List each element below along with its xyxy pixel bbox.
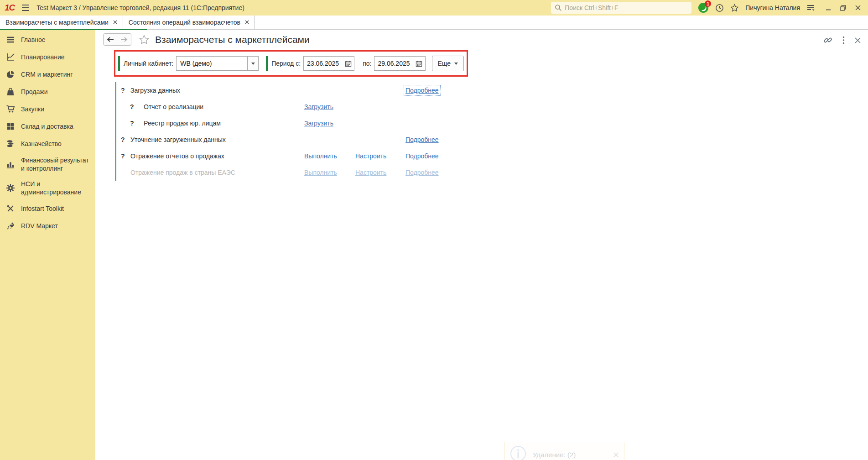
tab-2[interactable]: Состояния операций взаиморасчетов bbox=[123, 16, 255, 29]
more-actions-kebab-icon[interactable] bbox=[842, 36, 845, 44]
operation-link-action[interactable]: Выполнить bbox=[304, 152, 337, 160]
modified-field-marker bbox=[118, 56, 120, 71]
sidebar-item-treasury[interactable]: Казначейство bbox=[0, 135, 95, 152]
modified-field-marker bbox=[266, 56, 268, 71]
warehouse-grid-icon bbox=[5, 121, 16, 131]
close-toast-icon[interactable] bbox=[613, 452, 619, 457]
cabinet-value: WB (демо) bbox=[177, 57, 247, 70]
sidebar-item-label: RDV Маркет bbox=[21, 222, 58, 230]
tab-label: Состояния операций взаиморасчетов bbox=[129, 19, 240, 26]
sidebar-item-nsi[interactable]: НСИ и администрирование bbox=[0, 176, 95, 200]
operation-row: ?Загрузка данныхПодробнее bbox=[116, 82, 526, 99]
page-header: Взаиморасчеты с маркетплейсами bbox=[103, 33, 310, 46]
menu-lines-icon bbox=[5, 35, 16, 45]
form-commands bbox=[823, 36, 861, 45]
get-link-icon[interactable] bbox=[823, 36, 832, 45]
search-input[interactable] bbox=[565, 4, 688, 11]
help-question-icon[interactable]: ? bbox=[121, 136, 125, 143]
cabinet-label: Личный кабинет: bbox=[124, 60, 173, 67]
operation-link-configure[interactable]: Настроить bbox=[355, 152, 386, 160]
period-to-label: по: bbox=[363, 60, 371, 67]
bar-chart-icon bbox=[5, 159, 16, 169]
sidebar-item-label: НСИ и администрирование bbox=[21, 180, 93, 196]
window-titlebar: 1С Test Маркет 3 / Управление торговлей,… bbox=[0, 0, 868, 16]
sidebar-item-finresult[interactable]: Финансовый результат и контроллинг bbox=[0, 152, 95, 176]
sidebar-item-label: Планирование bbox=[21, 53, 65, 61]
help-question-icon[interactable]: ? bbox=[130, 103, 134, 110]
close-tab-icon[interactable] bbox=[113, 20, 117, 24]
sidebar-item-rdv[interactable]: RDV Маркет bbox=[0, 217, 95, 235]
rocket-icon bbox=[5, 221, 16, 231]
operations-list: ?Загрузка данныхПодробнее?Отчет о реализ… bbox=[115, 82, 526, 181]
favorite-toggle-star-icon[interactable] bbox=[139, 34, 150, 45]
chevron-down-icon bbox=[454, 63, 458, 65]
back-button[interactable] bbox=[103, 33, 117, 46]
calendar-icon[interactable] bbox=[413, 57, 425, 70]
help-question-icon[interactable]: ? bbox=[121, 87, 125, 94]
restore-icon[interactable] bbox=[840, 5, 846, 11]
global-search[interactable] bbox=[551, 2, 691, 14]
operation-link-details[interactable]: Подробнее bbox=[405, 87, 439, 94]
close-tab-icon[interactable] bbox=[245, 20, 249, 24]
1c-logo: 1С bbox=[5, 3, 15, 13]
help-question-icon[interactable]: ? bbox=[121, 152, 125, 160]
period-to-value: 29.06.2025 bbox=[374, 57, 413, 70]
sidebar-item-purchases[interactable]: Закупки bbox=[0, 100, 95, 118]
favorites-star-icon[interactable] bbox=[730, 4, 739, 12]
operation-row: ?Отчет о реализацииЗагрузить bbox=[116, 99, 526, 115]
forward-button[interactable] bbox=[117, 33, 131, 46]
service-menu-icon[interactable] bbox=[806, 4, 815, 12]
sidebar-item-label: Закупки bbox=[21, 105, 44, 113]
window-title: Test Маркет 3 / Управление торговлей, ре… bbox=[36, 4, 244, 11]
operation-label: Отражение отчетов о продажах bbox=[130, 152, 224, 160]
main-menu-icon[interactable] bbox=[21, 4, 30, 11]
help-question-icon[interactable]: ? bbox=[130, 120, 134, 127]
sidebar-item-infostart[interactable]: Infostart Toolkit bbox=[0, 200, 95, 217]
tools-icon bbox=[5, 204, 16, 214]
deletion-toast: Удаление: (2) bbox=[504, 442, 624, 460]
cabinet-select[interactable]: WB (демо) bbox=[176, 56, 259, 71]
tab-bar: Взаиморасчеты с маркетплейсамиСостояния … bbox=[0, 16, 868, 29]
sidebar-item-planning[interactable]: Планирование bbox=[0, 48, 95, 66]
operation-link-details[interactable]: Подробнее bbox=[405, 169, 439, 176]
operation-link-configure[interactable]: Настроить bbox=[355, 169, 386, 176]
info-icon bbox=[510, 445, 526, 460]
chevron-down-icon[interactable] bbox=[247, 57, 258, 70]
operation-link-action[interactable]: Загрузить bbox=[304, 103, 333, 110]
main-content: Взаиморасчеты с маркетплейсами Личный ка… bbox=[95, 30, 868, 460]
operation-link-details[interactable]: Подробнее bbox=[405, 136, 439, 143]
sidebar-item-sales[interactable]: Продажи bbox=[0, 83, 95, 100]
shopping-cart-icon bbox=[5, 104, 16, 114]
page-title: Взаиморасчеты с маркетплейсами bbox=[155, 34, 310, 45]
operation-label: Отчет о реализации bbox=[144, 103, 203, 110]
calendar-icon[interactable] bbox=[342, 57, 354, 70]
period-to-input[interactable]: 29.06.2025 bbox=[374, 56, 425, 71]
operation-link-details[interactable]: Подробнее bbox=[405, 152, 439, 160]
more-button[interactable]: Еще bbox=[432, 56, 464, 71]
period-from-input[interactable]: 23.06.2025 bbox=[303, 56, 354, 71]
tab-1[interactable]: Взаиморасчеты с маркетплейсами bbox=[0, 16, 123, 29]
sections-panel: ГлавноеПланированиеCRM и маркетингПродаж… bbox=[0, 30, 95, 460]
current-user[interactable]: Пичугина Наталия bbox=[745, 4, 800, 11]
operation-link-action[interactable]: Выполнить bbox=[304, 169, 337, 176]
sidebar-item-label: Казначейство bbox=[21, 140, 62, 148]
operation-row: ?Уточнение загруженных данныхПодробнее bbox=[116, 131, 526, 148]
close-form-icon[interactable] bbox=[855, 37, 861, 43]
notification-badge: 1 bbox=[705, 0, 711, 7]
sidebar-item-label: Финансовый результат и контроллинг bbox=[21, 156, 93, 172]
operation-row: ?Отражение отчетов о продажахВыполнитьНа… bbox=[116, 148, 526, 164]
sidebar-item-warehouse[interactable]: Склад и доставка bbox=[0, 118, 95, 135]
sidebar-item-label: Главное bbox=[21, 36, 46, 44]
sidebar-item-crm[interactable]: CRM и маркетинг bbox=[0, 66, 95, 83]
notifications-icon[interactable]: 1 bbox=[698, 2, 709, 13]
minimize-icon[interactable] bbox=[826, 5, 831, 10]
sidebar-item-label: Продажи bbox=[21, 88, 47, 96]
operation-row: Отражение продаж в страны ЕАЭСВыполнитьН… bbox=[116, 164, 526, 181]
sidebar-item-main[interactable]: Главное bbox=[0, 31, 95, 48]
operation-label: Уточнение загруженных данных bbox=[130, 136, 226, 143]
operation-link-action[interactable]: Загрузить bbox=[304, 120, 333, 127]
toast-text: Удаление: (2) bbox=[533, 451, 607, 459]
history-icon[interactable] bbox=[715, 4, 724, 12]
close-window-icon[interactable] bbox=[855, 5, 861, 10]
operation-label: Отражение продаж в страны ЕАЭС bbox=[130, 169, 235, 176]
